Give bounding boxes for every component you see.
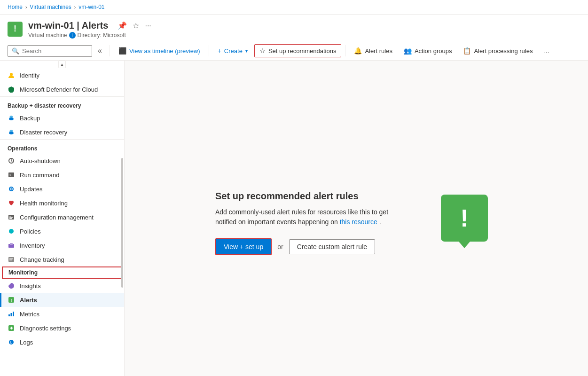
svg-text:L: L <box>10 340 13 345</box>
sidebar-item-health-monitoring[interactable]: Health monitoring <box>0 196 124 210</box>
policies-label: Policies <box>20 228 41 235</box>
svg-text:>_: >_ <box>9 173 13 177</box>
content-card: Set up recommended alert rules Add commo… <box>196 172 516 274</box>
sidebar-item-identity[interactable]: Identity <box>0 68 124 82</box>
create-custom-alert-button[interactable]: Create custom alert rule <box>289 239 375 254</box>
svg-point-1 <box>9 118 14 120</box>
alert-rules-icon: 🔔 <box>354 47 362 55</box>
metrics-label: Metrics <box>20 311 39 318</box>
content-description: Add commonly-used alert rules for resour… <box>215 207 403 227</box>
svg-rect-17 <box>10 243 13 245</box>
sidebar-item-backup[interactable]: Backup <box>0 111 124 125</box>
processing-rules-icon: 📋 <box>463 47 471 55</box>
search-icon: 🔍 <box>12 47 19 55</box>
collapse-sidebar-button[interactable]: « <box>94 45 106 57</box>
toolbar-divider-1 <box>110 45 110 56</box>
sidebar-item-metrics[interactable]: Metrics <box>0 307 124 321</box>
sidebar-item-configuration-management[interactable]: Configuration management <box>0 210 124 224</box>
content-area: Set up recommended alert rules Add commo… <box>125 61 588 376</box>
diagnostic-settings-label: Diagnostic settings <box>20 325 71 332</box>
alert-processing-rules-label: Alert processing rules <box>474 47 533 55</box>
sidebar: ▲ Identity Microsoft Defender for Cloud … <box>0 61 125 376</box>
configuration-management-icon <box>8 213 15 221</box>
breadcrumb-sep1: › <box>25 5 27 10</box>
svg-rect-14 <box>9 218 12 219</box>
configuration-management-label: Configuration management <box>20 214 94 221</box>
svg-rect-23 <box>8 314 10 316</box>
scrollbar-thumb <box>121 158 123 288</box>
create-label: Create <box>224 47 243 55</box>
setup-recommendations-button[interactable]: ☆ Set up recommendations <box>254 44 342 57</box>
backup-label: Backup <box>20 115 40 122</box>
info-icon[interactable]: i <box>69 32 76 39</box>
breadcrumb-current[interactable]: vm-win-01 <box>78 4 104 10</box>
svg-rect-19 <box>9 258 13 259</box>
main-layout: ▲ Identity Microsoft Defender for Cloud … <box>0 61 588 376</box>
alerts-label: Alerts <box>20 297 37 304</box>
toolbar: 🔍 « ⬛ View as timeline (preview) + Creat… <box>0 41 588 61</box>
section-backup-header: Backup + disaster recovery <box>0 96 124 111</box>
setup-recommendations-label: Set up recommendations <box>268 47 337 55</box>
svg-rect-25 <box>13 312 14 316</box>
sidebar-item-disaster-recovery[interactable]: Disaster recovery <box>0 125 124 139</box>
sidebar-item-insights[interactable]: Insights <box>0 279 124 293</box>
inventory-label: Inventory <box>20 242 45 249</box>
content-desc-part2: . <box>379 218 381 226</box>
sidebar-item-updates[interactable]: Updates <box>0 182 124 196</box>
timeline-icon: ⬛ <box>118 47 126 55</box>
sidebar-item-inventory[interactable]: Inventory <box>0 238 124 252</box>
svg-rect-20 <box>9 260 12 261</box>
alert-rules-button[interactable]: 🔔 Alert rules <box>349 45 397 57</box>
sidebar-item-auto-shutdown[interactable]: Auto-shutdown <box>0 154 124 168</box>
alert-processing-rules-button[interactable]: 📋 Alert processing rules <box>458 45 537 57</box>
create-button[interactable]: + Create ▾ <box>213 45 252 57</box>
svg-line-5 <box>11 161 12 162</box>
policies-icon <box>8 227 15 235</box>
content-desc-link[interactable]: this resource <box>340 218 377 226</box>
sidebar-item-logs[interactable]: L Logs <box>0 335 124 349</box>
updates-label: Updates <box>20 186 42 193</box>
metrics-icon <box>8 310 15 318</box>
sidebar-item-diagnostic-settings[interactable]: Diagnostic settings <box>0 321 124 335</box>
alert-rules-label: Alert rules <box>365 47 392 55</box>
favorite-button[interactable]: ☆ <box>131 19 141 32</box>
sidebar-item-change-tracking[interactable]: Change tracking <box>0 252 124 266</box>
search-input[interactable] <box>22 47 88 55</box>
auto-shutdown-icon <box>8 157 15 164</box>
sidebar-item-alerts[interactable]: ! Alerts <box>0 293 124 307</box>
directory-label: Directory: Microsoft <box>78 32 126 39</box>
updates-icon <box>8 185 15 193</box>
breadcrumb-sep2: › <box>74 5 76 10</box>
sidebar-item-policies[interactable]: Policies <box>0 224 124 238</box>
toolbar-divider-2 <box>209 45 209 56</box>
resource-icon: ! <box>8 22 23 37</box>
page-title-text: vm-win-01 | Alerts <box>28 20 108 31</box>
toolbar-divider-3 <box>345 45 345 56</box>
sidebar-item-defender[interactable]: Microsoft Defender for Cloud <box>0 82 124 96</box>
view-timeline-label: View as timeline (preview) <box>129 47 200 55</box>
content-buttons: View + set up or Create custom alert rul… <box>215 238 403 255</box>
alert-illustration: ! <box>441 195 497 251</box>
breadcrumb-vms[interactable]: Virtual machines <box>30 4 71 10</box>
toolbar-more-button[interactable]: ... <box>539 45 554 57</box>
pin-button[interactable]: 📌 <box>116 19 129 32</box>
create-icon: + <box>218 47 221 55</box>
sidebar-item-run-command[interactable]: >_ Run command <box>0 168 124 182</box>
page-header: ! vm-win-01 | Alerts 📌 ☆ ··· Virtual mac… <box>0 15 588 41</box>
alert-box: ! <box>441 195 488 242</box>
svg-rect-18 <box>8 257 14 262</box>
view-timeline-button[interactable]: ⬛ View as timeline (preview) <box>114 45 205 57</box>
action-groups-button[interactable]: 👥 Action groups <box>399 45 457 57</box>
diagnostic-settings-icon <box>8 324 15 332</box>
alerts-icon: ! <box>8 296 15 304</box>
view-setup-button[interactable]: View + set up <box>215 238 272 255</box>
health-monitoring-label: Health monitoring <box>20 200 68 207</box>
action-groups-label: Action groups <box>415 47 452 55</box>
sidebar-scroll-up[interactable]: ▲ <box>58 61 66 68</box>
more-button[interactable]: ··· <box>143 20 153 32</box>
breadcrumb-home[interactable]: Home <box>8 4 23 10</box>
svg-point-15 <box>9 229 14 234</box>
page-title: vm-win-01 | Alerts 📌 ☆ ··· <box>28 19 153 32</box>
content-title: Set up recommended alert rules <box>215 191 403 202</box>
or-text: or <box>277 243 283 251</box>
